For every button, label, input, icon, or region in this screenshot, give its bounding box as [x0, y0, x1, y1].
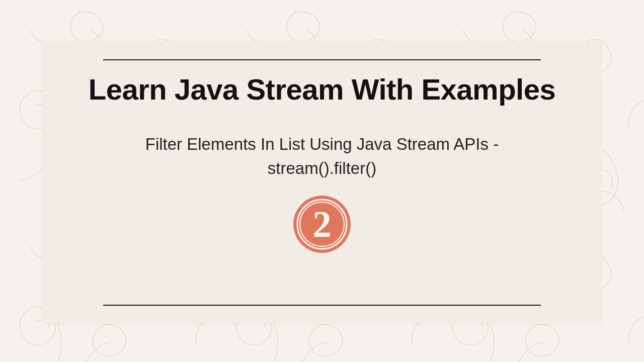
bottom-divider [103, 305, 541, 306]
badge-circle-icon: 2 [292, 195, 352, 254]
badge-number: 2 [313, 204, 332, 245]
top-divider [103, 59, 541, 60]
slide-card: Learn Java Stream With Examples Filter E… [43, 41, 601, 323]
slide-title: Learn Java Stream With Examples [89, 74, 556, 105]
slide-subtitle: Filter Elements In List Using Java Strea… [101, 132, 543, 180]
number-badge: 2 [292, 195, 352, 254]
